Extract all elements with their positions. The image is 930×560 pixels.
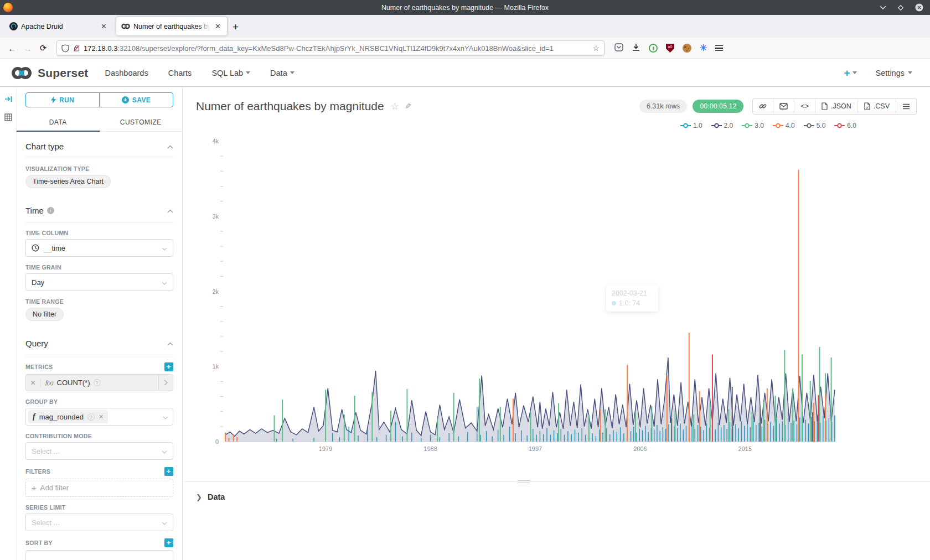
insecure-lock-icon[interactable]	[73, 44, 80, 52]
extension-asterisk-icon[interactable]: ✳	[700, 44, 707, 53]
tab-earthquakes-chart[interactable]: Numer of earthquakes by magnitude ✕	[116, 17, 227, 35]
copy-link-button[interactable]	[753, 98, 773, 114]
nav-charts[interactable]: Charts	[168, 69, 192, 77]
window-close-button[interactable]	[915, 3, 923, 12]
timeseries-chart[interactable]: 01k2k3k4k19791988199720062015	[188, 125, 902, 451]
time-grain-select[interactable]: Day	[25, 273, 173, 291]
group-by-token[interactable]: fmag_rounded?✕	[28, 410, 108, 423]
chevron-down-icon	[162, 278, 167, 287]
shield-icon[interactable]	[61, 44, 69, 53]
svg-text:1k: 1k	[212, 363, 219, 370]
info-icon: i	[47, 207, 54, 214]
metric-count[interactable]: ✕ f(x)COUNT(*)?	[25, 374, 173, 391]
group-by-select[interactable]: fmag_rounded?✕	[25, 408, 173, 426]
chevron-right-icon[interactable]	[158, 375, 173, 391]
panel-splitter[interactable]	[183, 481, 930, 482]
extension-icon[interactable]	[649, 44, 658, 53]
edit-title-icon[interactable]: ✎	[405, 102, 411, 111]
svg-text:2k: 2k	[212, 288, 219, 295]
new-tab-button[interactable]: +	[232, 21, 239, 33]
group-by-label: GROUP BY	[25, 398, 173, 405]
remove-icon[interactable]: ✕	[26, 379, 40, 387]
time-range-label: TIME RANGE	[25, 298, 173, 305]
bookmark-star-icon[interactable]: ☆	[592, 44, 600, 53]
svg-text:2006: 2006	[633, 445, 647, 451]
window-maximize-button[interactable]	[897, 4, 904, 11]
section-query[interactable]: Query	[25, 329, 173, 355]
nav-sql-lab[interactable]: SQL Lab	[211, 69, 250, 77]
druid-favicon-icon	[9, 22, 18, 30]
svg-text:1988: 1988	[423, 445, 437, 451]
chart-title: Numer of earthquakes by magnitude	[196, 100, 384, 113]
data-results-panel[interactable]: ❯ Data	[196, 492, 225, 501]
collapse-panel-icon[interactable]	[4, 95, 12, 105]
visualization-type-value[interactable]: Time-series Area Chart	[25, 175, 111, 188]
forward-button[interactable]: →	[20, 44, 35, 53]
menu-icon[interactable]	[715, 45, 723, 51]
data-panel-title: Data	[208, 492, 225, 501]
resize-grip[interactable]	[518, 479, 530, 485]
tab-close-icon[interactable]: ✕	[100, 22, 108, 31]
window-titlebar: Numer of earthquakes by magnitude — Mozi…	[0, 0, 930, 15]
url-bar[interactable]: 172.18.0.3:32108/superset/explore/?form_…	[56, 40, 604, 56]
nav-dashboards[interactable]: Dashboards	[105, 69, 148, 77]
envelope-icon	[779, 103, 788, 110]
chevron-down-icon	[290, 71, 294, 74]
add-sort-button[interactable]: +	[164, 538, 173, 547]
settings-menu[interactable]: Settings	[876, 69, 912, 77]
bolt-icon	[51, 96, 56, 103]
remove-icon[interactable]: ✕	[99, 413, 104, 421]
chevron-up-icon	[167, 205, 173, 215]
embed-code-button[interactable]: <>	[794, 98, 815, 114]
add-metric-button[interactable]: +	[164, 362, 173, 371]
side-icon-strip	[0, 87, 17, 560]
ublock-icon[interactable]	[666, 44, 674, 53]
clock-icon	[32, 244, 39, 252]
favorite-star-icon[interactable]: ☆	[391, 101, 399, 112]
svg-text:3k: 3k	[212, 213, 219, 220]
add-filter-dropzone[interactable]: +Add filter	[25, 479, 173, 497]
series-limit-label: SERIES LIMIT	[25, 504, 173, 511]
time-range-value[interactable]: No filter	[25, 308, 64, 321]
tab-customize[interactable]: CUSTOMIZE	[100, 113, 183, 131]
window-minimize-button[interactable]	[880, 6, 886, 10]
visualization-type-label: VISUALIZATION TYPE	[25, 165, 173, 172]
superset-logo[interactable]: Superset	[10, 65, 88, 81]
run-button[interactable]: RUN	[25, 92, 100, 107]
tab-data[interactable]: DATA	[17, 113, 100, 131]
cookie-extension-icon[interactable]	[683, 44, 691, 53]
help-icon: ?	[94, 379, 101, 386]
nav-data[interactable]: Data	[270, 69, 294, 77]
time-column-select[interactable]: __time	[25, 239, 173, 257]
url-path: :32108/superset/explore/?form_data_key=K…	[117, 44, 554, 53]
section-chart-type[interactable]: Chart type	[25, 132, 173, 158]
url-host: 172.18.0.3	[84, 44, 117, 53]
export-json-button[interactable]: .JSON	[815, 98, 857, 114]
more-menu-button[interactable]	[896, 98, 916, 114]
save-button[interactable]: + SAVE	[99, 92, 173, 107]
chevron-down-icon	[908, 71, 912, 74]
contribution-mode-select[interactable]: Select ...	[25, 442, 173, 460]
new-item-button[interactable]: +	[844, 67, 856, 79]
help-icon: ?	[87, 413, 95, 421]
chevron-up-icon	[167, 141, 173, 151]
brand-name: Superset	[38, 66, 88, 80]
pocket-icon[interactable]	[614, 43, 623, 54]
superset-infinity-icon	[10, 65, 33, 81]
downloads-icon[interactable]	[632, 43, 640, 54]
reload-button[interactable]: ⟳	[35, 43, 51, 53]
export-csv-button[interactable]: .CSV	[857, 98, 896, 114]
add-filter-button[interactable]: +	[164, 467, 173, 476]
section-time[interactable]: Timei	[25, 196, 173, 222]
chevron-down-icon	[852, 71, 857, 74]
series-limit-select[interactable]: Select ...	[25, 514, 173, 531]
tab-close-icon[interactable]: ✕	[214, 22, 222, 31]
email-button[interactable]	[773, 98, 794, 114]
dataset-grid-icon[interactable]	[4, 113, 12, 123]
sort-by-select[interactable]	[25, 550, 173, 560]
tab-apache-druid[interactable]: Apache Druid ✕	[4, 17, 113, 35]
url-text[interactable]: 172.18.0.3:32108/superset/explore/?form_…	[84, 44, 592, 53]
chevron-down-icon	[162, 244, 167, 252]
link-icon	[759, 102, 767, 110]
back-button[interactable]: ←	[4, 44, 20, 53]
